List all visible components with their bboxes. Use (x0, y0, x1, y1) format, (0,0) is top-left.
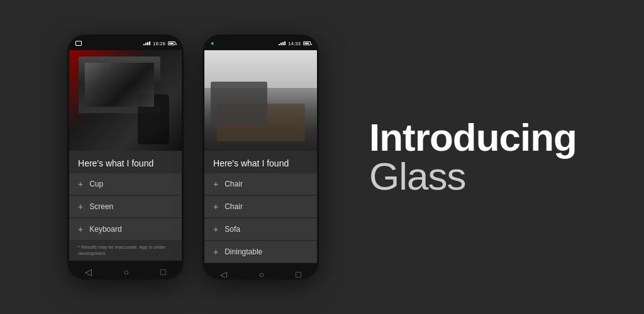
phone2-status-left: ● (211, 40, 214, 46)
phone2-items-list: + Chair + Chair + Sofa + Diningtable (204, 173, 317, 263)
battery-icon (303, 41, 311, 45)
plus-icon: + (213, 179, 218, 189)
phone1-status-right: 16:28 (143, 41, 175, 46)
back-nav-icon[interactable]: ◁ (220, 269, 227, 279)
plus-icon: + (78, 179, 83, 189)
recent-nav-icon[interactable]: □ (296, 269, 301, 279)
phone1-time: 16:28 (153, 41, 165, 46)
list-item: + Screen (69, 196, 182, 218)
list-item: + Chair (204, 173, 317, 195)
whatsapp-icon: ● (211, 40, 214, 46)
list-item: + Cup (69, 173, 182, 195)
phone2-found-title: Here's what I found (204, 151, 317, 173)
phone1-nav-bar: ◁ ○ □ (69, 261, 182, 280)
battery-icon (168, 41, 175, 45)
item-label: Screen (89, 202, 113, 211)
plus-icon: + (78, 202, 83, 212)
phones-section: 16:28 Here's what I found + Cup (67, 35, 319, 279)
back-nav-icon[interactable]: ◁ (85, 267, 92, 277)
phone1-found-title: Here's what I found (69, 151, 182, 173)
plus-icon: + (213, 247, 218, 257)
plus-icon: + (213, 202, 218, 212)
phone2-status-right: 14:33 (279, 41, 311, 46)
list-item: + Chair (204, 196, 317, 218)
phone1-image (69, 50, 182, 151)
plus-icon: + (213, 224, 218, 234)
phone1-note: * Results may be inaccurate. App is unde… (69, 241, 182, 261)
phone1-status-bar: 16:28 (69, 36, 182, 50)
phone-2: ● 14:33 (203, 35, 319, 279)
phone-1: 16:28 Here's what I found + Cup (67, 35, 184, 279)
item-label: Cup (89, 180, 103, 188)
intro-section: Introducing Glass (369, 118, 577, 196)
phone1-items-list: + Cup + Screen + Keyboard (69, 173, 182, 241)
list-item: + Sofa (204, 219, 317, 241)
intro-title: Introducing (369, 118, 577, 157)
phone2-screenshot (204, 50, 317, 151)
intro-subtitle: Glass (369, 157, 465, 196)
phone1-screenshot (69, 50, 182, 151)
main-container: 16:28 Here's what I found + Cup (0, 0, 644, 314)
recent-nav-icon[interactable]: □ (160, 267, 165, 277)
signal-icon (143, 41, 150, 45)
item-label: Keyboard (89, 225, 121, 234)
home-nav-icon[interactable]: ○ (259, 269, 264, 279)
phone2-nav-bar: ◁ ○ □ (204, 263, 317, 279)
screen-icon (75, 41, 82, 46)
home-nav-icon[interactable]: ○ (124, 267, 129, 277)
plus-icon: + (78, 224, 83, 234)
phone2-image (204, 50, 317, 151)
phone1-status-left (75, 41, 82, 46)
list-item: + Keyboard (69, 219, 182, 241)
room-table-shape (217, 104, 305, 141)
item-label: Sofa (225, 225, 240, 234)
phone2-status-bar: ● 14:33 (204, 36, 317, 50)
signal-icon (279, 41, 286, 45)
item-label: Chair (225, 180, 243, 188)
item-label: Diningtable (225, 247, 262, 256)
phone1-content: Here's what I found + Cup + Screen + Key… (69, 151, 182, 261)
phone2-time: 14:33 (288, 41, 301, 46)
item-label: Chair (225, 202, 243, 211)
list-item: + Diningtable (204, 241, 317, 263)
phone2-content: Here's what I found + Chair + Chair + So… (204, 151, 317, 263)
